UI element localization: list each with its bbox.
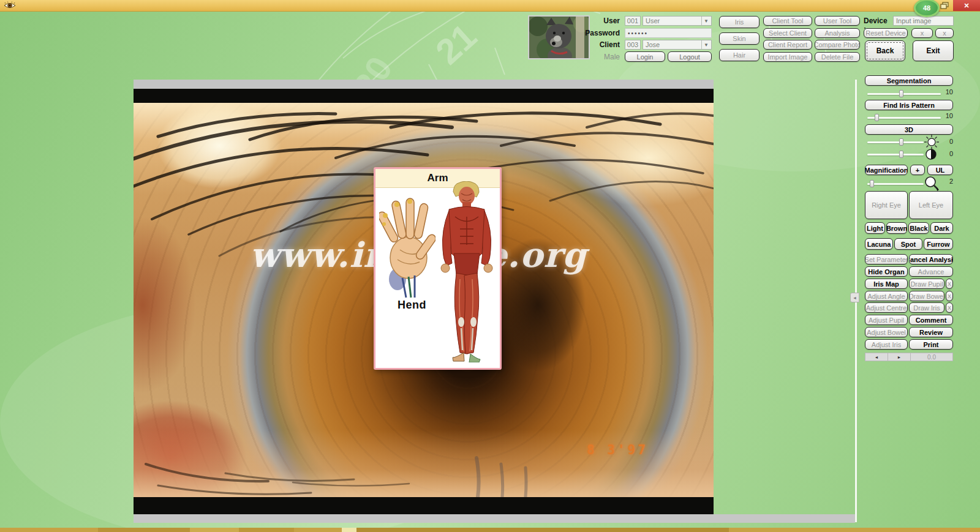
draw-bowel-button[interactable]: Draw Bowel xyxy=(909,291,944,301)
draw-iris-x-button[interactable]: X xyxy=(946,302,953,313)
magnification-ul-button[interactable]: UL xyxy=(927,165,953,175)
iris-button[interactable]: Iris xyxy=(719,16,760,28)
close-window-button[interactable]: ✕ xyxy=(953,0,980,11)
contrast-slider-handle[interactable] xyxy=(899,151,903,158)
user-select[interactable]: User ▼ xyxy=(643,16,712,26)
analysis-button[interactable]: Analysis xyxy=(815,28,860,38)
restore-window-icon[interactable] xyxy=(940,2,949,9)
password-field[interactable]: •••••• xyxy=(625,28,712,38)
advance-button[interactable]: Advance xyxy=(909,266,953,277)
frame-value: 0.0 xyxy=(911,353,952,361)
contrast-icon xyxy=(925,148,937,160)
segmentation-slider[interactable] xyxy=(867,93,941,95)
delete-file-button[interactable]: Delete File xyxy=(815,52,860,62)
iriscope-app-window: 21 20 48 ✕ xyxy=(0,0,980,532)
adjust-centre-button[interactable]: Adjust Centre xyxy=(865,302,908,313)
select-client-button[interactable]: Select Client xyxy=(763,28,812,38)
zoom-value: 2 xyxy=(942,178,953,185)
right-eye-button[interactable]: Right Eye xyxy=(865,191,908,219)
client-select-value: Jose xyxy=(646,41,660,48)
skin-button[interactable]: Skin xyxy=(719,32,760,45)
find-iris-pattern-button[interactable]: Find Iris Pattern xyxy=(865,100,953,110)
logout-button[interactable]: Logout xyxy=(668,51,712,62)
find-iris-slider[interactable] xyxy=(867,117,941,119)
client-tool-button[interactable]: Client Tool xyxy=(763,16,812,26)
client-id-field[interactable]: 003 xyxy=(625,40,641,50)
contrast-slider[interactable] xyxy=(867,154,924,155)
adjust-angle-button[interactable]: Adjust Angle xyxy=(865,291,908,301)
magnifier-icon xyxy=(924,176,940,192)
user-label: User xyxy=(582,17,620,25)
compare-photo-button[interactable]: Compare Photo xyxy=(815,40,860,50)
frame-prev-button[interactable]: ◄ xyxy=(865,353,888,361)
title-bar xyxy=(0,0,980,12)
iris-map-button[interactable]: Iris Map xyxy=(865,279,908,289)
viewer-top-scrollbar xyxy=(134,80,714,89)
frame-nav-row: ◄ ► 0.0 xyxy=(865,353,953,361)
import-image-button[interactable]: Import Image xyxy=(763,52,812,62)
iris-color-brown-button[interactable]: Brown xyxy=(886,222,907,234)
left-eye-button[interactable]: Left Eye xyxy=(909,191,953,219)
frame-next-button[interactable]: ► xyxy=(888,353,911,361)
device-x-button-1[interactable]: x xyxy=(911,28,933,38)
print-button[interactable]: Print xyxy=(909,339,953,350)
client-label: Client xyxy=(582,40,620,49)
hide-organ-button[interactable]: Hide Organ xyxy=(865,266,908,277)
login-button[interactable]: Login xyxy=(625,51,665,62)
dog-photo-image xyxy=(529,17,589,58)
find-iris-slider-handle[interactable] xyxy=(875,114,879,121)
user-tool-button[interactable]: User Tool xyxy=(815,16,860,26)
chevron-down-icon[interactable]: ▼ xyxy=(701,40,709,49)
draw-pupil-x-button[interactable]: X xyxy=(946,279,953,289)
organ-popup-caption: Hend xyxy=(398,299,426,312)
device-x-button-2[interactable]: x xyxy=(935,28,954,38)
hair-button[interactable]: Hair xyxy=(719,49,760,61)
draw-pupil-button[interactable]: Draw Pupil xyxy=(909,279,944,289)
brightness-slider-handle[interactable] xyxy=(899,138,903,146)
segmentation-value: 10 xyxy=(940,88,953,96)
iris-color-black-button[interactable]: Black xyxy=(908,222,929,234)
cancel-analysis-button[interactable]: Cancel Analysis xyxy=(909,254,953,264)
reset-device-button[interactable]: Reset Device xyxy=(864,28,908,38)
magnification-button[interactable]: Magnification xyxy=(865,165,908,175)
body-anatomy-image xyxy=(437,181,496,362)
viewer-bottom-scrollbar xyxy=(134,514,855,523)
segmentation-button[interactable]: Segmentation xyxy=(865,75,953,86)
magnification-plus-button[interactable]: + xyxy=(910,165,925,175)
exit-button[interactable]: Exit xyxy=(913,40,954,61)
mark-spot-button[interactable]: Spot xyxy=(894,238,922,250)
device-value-field[interactable]: Input image xyxy=(893,16,954,26)
client-select[interactable]: Jose ▼ xyxy=(643,40,712,50)
draw-bowel-x-button[interactable]: X xyxy=(946,291,953,301)
splitter-collapse-handle[interactable]: ◄ xyxy=(850,293,859,302)
segmentation-slider-handle[interactable] xyxy=(899,90,903,97)
user-id-field[interactable]: 001 xyxy=(625,16,641,26)
adjust-bowel-button[interactable]: Adjust Bowel xyxy=(865,327,908,337)
draw-iris-button[interactable]: Draw Iris xyxy=(909,302,944,313)
iris-color-dark-button[interactable]: Dark xyxy=(930,222,953,234)
iris-image-canvas[interactable]: www.iriscope.org 8 3'97 Arm xyxy=(134,89,714,514)
password-label: Password xyxy=(575,29,620,37)
iris-color-light-button[interactable]: Light xyxy=(865,222,885,234)
find-iris-value: 10 xyxy=(940,112,953,119)
adjust-iris-button[interactable]: Adjust Iris xyxy=(865,339,908,350)
mark-furrow-button[interactable]: Furrow xyxy=(924,238,953,250)
chevron-down-icon[interactable]: ▼ xyxy=(701,17,709,25)
zoom-slider-handle[interactable] xyxy=(870,180,874,187)
hand-anatomy-image xyxy=(379,193,435,299)
zoom-slider[interactable] xyxy=(867,183,924,185)
contrast-value: 0 xyxy=(942,150,953,157)
taskbar-strip[interactable] xyxy=(0,528,980,532)
adjust-pupil-button[interactable]: Adjust Pupil xyxy=(865,315,908,325)
photo-timestamp: 8 3'97 xyxy=(587,443,648,457)
back-button[interactable]: Back xyxy=(865,40,905,61)
comment-button[interactable]: Comment xyxy=(909,315,953,325)
organ-popup-card[interactable]: Arm xyxy=(374,167,502,370)
set-parameter-button[interactable]: Set Parameter xyxy=(865,254,908,264)
3d-button[interactable]: 3D xyxy=(865,124,953,135)
brightness-slider[interactable] xyxy=(867,141,924,143)
client-report-button[interactable]: Client Report xyxy=(763,40,812,50)
mark-lacuna-button[interactable]: Lacuna xyxy=(865,238,893,250)
review-button[interactable]: Review xyxy=(909,327,953,337)
app-eye-icon[interactable] xyxy=(4,1,16,10)
